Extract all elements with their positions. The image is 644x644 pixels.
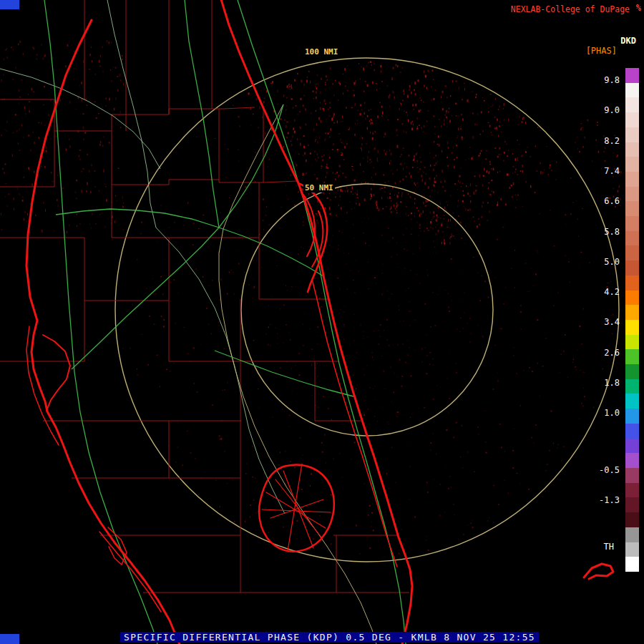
range-ring-label-50nmi: 50 NMI bbox=[303, 183, 335, 192]
us-441-north bbox=[185, 0, 219, 228]
colorbar-segment bbox=[625, 453, 639, 468]
colorbar-segment bbox=[625, 468, 639, 483]
colorbar-tick: 3.4 bbox=[587, 317, 620, 327]
colorbar-tick: 5.0 bbox=[587, 257, 620, 267]
colorbar-segment bbox=[625, 409, 639, 424]
colorbar-segment bbox=[625, 112, 639, 127]
colorbar-segment bbox=[625, 97, 639, 112]
colorbar-tick: 4.2 bbox=[587, 287, 620, 297]
colorbar-segment bbox=[625, 127, 639, 142]
colorbar-tick: -0.5 bbox=[587, 465, 620, 475]
colorbar-segment bbox=[625, 557, 639, 572]
road-north-central bbox=[107, 0, 156, 228]
colorbar-tick: 6.6 bbox=[587, 196, 620, 206]
colorbar-segment bbox=[625, 483, 639, 498]
radar-map bbox=[0, 0, 644, 644]
colorbar-segment bbox=[625, 157, 639, 172]
corner-mark-bottom-left bbox=[0, 634, 19, 644]
colorbar-segment bbox=[625, 83, 639, 98]
product-code-label: DKD bbox=[620, 36, 636, 46]
colorbar-segment bbox=[625, 275, 639, 291]
colorbar-segment bbox=[625, 187, 639, 202]
colorbar-segment bbox=[625, 335, 639, 350]
colorbar-segment bbox=[625, 497, 639, 512]
west-coastline bbox=[26, 20, 180, 644]
interstate-95 bbox=[238, 0, 406, 644]
colorbar-segment bbox=[625, 260, 639, 275]
range-ring-50nmi bbox=[241, 184, 493, 436]
colorbar-segment bbox=[625, 542, 639, 557]
us-192 bbox=[215, 351, 353, 396]
colorbar-segment bbox=[625, 512, 639, 527]
highways-secondary bbox=[0, 0, 285, 514]
lake-okeechobee-hatch bbox=[262, 464, 331, 551]
colorbar-segment bbox=[625, 245, 639, 260]
highways-green bbox=[44, 0, 406, 644]
colorbar-tick: 2.6 bbox=[587, 348, 620, 358]
colorbar-segment bbox=[625, 201, 639, 216]
colorbar-segment bbox=[625, 424, 639, 439]
beachline-528 bbox=[219, 228, 323, 276]
colorbar-tick: 9.8 bbox=[587, 75, 620, 85]
corner-mark-top-left bbox=[0, 0, 19, 9]
colorbar bbox=[625, 68, 639, 572]
colorbar-tick: 8.2 bbox=[587, 136, 620, 146]
colorbar-segment bbox=[625, 172, 639, 187]
road-east-west bbox=[56, 209, 219, 228]
colorbar-segment bbox=[625, 291, 639, 306]
colorbar-segment bbox=[625, 349, 639, 364]
colorbar-segment bbox=[625, 142, 639, 157]
brand-logo-icon: % bbox=[636, 3, 641, 13]
colorbar-tick: 1.8 bbox=[587, 378, 620, 388]
range-ring-label-100nmi: 100 NMI bbox=[303, 47, 339, 57]
road-central-south bbox=[156, 228, 285, 514]
florida-turnpike bbox=[219, 104, 376, 644]
colorbar-segment bbox=[625, 527, 639, 542]
radar-display: 100 NMI 50 NMI NEXLAB-College of DuPage … bbox=[0, 0, 644, 644]
colorbar-tick: -1.3 bbox=[587, 495, 620, 505]
lake-okeechobee bbox=[259, 465, 334, 552]
tampa-bay bbox=[43, 335, 70, 411]
status-bar: SPECIFIC DIFFERENTIAL PHASE (KDP) 0.5 DE… bbox=[120, 632, 539, 643]
colorbar-segment bbox=[625, 320, 639, 335]
colorbar-segment bbox=[625, 439, 639, 454]
interstate-75 bbox=[44, 0, 157, 644]
colorbar-threshold-label: TH bbox=[604, 542, 614, 552]
highways-tan bbox=[219, 104, 376, 644]
pinellas-barrier-islands bbox=[26, 326, 59, 445]
colorbar-segment bbox=[625, 216, 639, 231]
colorbar-segment bbox=[625, 379, 639, 394]
colorbar-tick: 1.0 bbox=[587, 408, 620, 418]
colorbar-segment bbox=[625, 305, 639, 320]
range-rings bbox=[115, 58, 619, 562]
colorbar-tick: 5.8 bbox=[587, 227, 620, 237]
colorbar-tick: 7.4 bbox=[587, 166, 620, 176]
range-ring-100nmi bbox=[115, 58, 619, 562]
colorbar-segment bbox=[625, 68, 639, 83]
colorbar-tick: 9.0 bbox=[587, 105, 620, 115]
colorbar-segment bbox=[625, 364, 639, 379]
colorbar-segment bbox=[625, 394, 639, 409]
colorbar-segment bbox=[625, 231, 639, 246]
coastlines bbox=[26, 0, 613, 644]
